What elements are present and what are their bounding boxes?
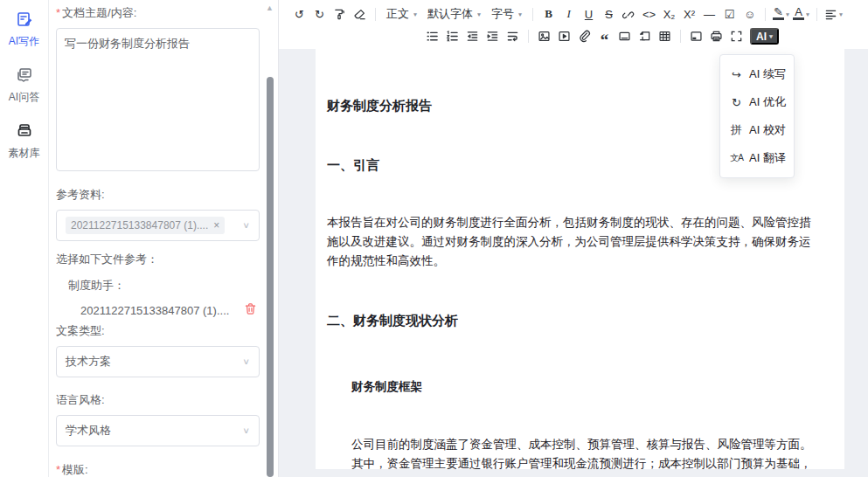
type-value: 技术方案	[66, 354, 111, 370]
color-bar	[773, 17, 784, 20]
template-label: *模版:	[56, 462, 259, 477]
menu-item-ai-translate[interactable]: 文A AI 翻译	[720, 144, 794, 172]
chevron-down-icon: ∨	[242, 356, 250, 366]
editor: ↺ ↻ 正文▾ 默认字体▾	[278, 0, 868, 477]
task-list-button[interactable]: ☑	[719, 4, 740, 24]
insert-image-button[interactable]	[534, 27, 554, 46]
nav-rail: AI写作 AI问答 素材库	[0, 0, 49, 477]
insert-video-button[interactable]	[554, 27, 574, 46]
nav-label: AI写作	[9, 34, 39, 49]
ai-qa-icon	[16, 66, 33, 87]
toolbar-separator	[816, 8, 817, 21]
italic-button[interactable]: I	[559, 4, 579, 24]
library-icon	[16, 122, 33, 143]
reference-file-chip[interactable]: 2021122715133847807 (1).... ×	[66, 217, 225, 234]
assistant-label: 制度助手：	[68, 278, 259, 294]
menu-item-label: AI 续写	[749, 66, 786, 82]
nav-item-ai-qa[interactable]: AI问答	[9, 66, 39, 105]
superscript-button[interactable]: X²	[679, 4, 699, 24]
strikethrough-button[interactable]: S	[599, 4, 619, 24]
toolbar-separator	[765, 8, 766, 21]
highlight-color-button[interactable]: ✎ ▾	[771, 4, 791, 24]
nav-item-ai-writing[interactable]: AI写作	[9, 10, 39, 49]
caret-down-icon: ▾	[806, 10, 809, 17]
scrollbar-thumb[interactable]	[267, 77, 274, 477]
nav-label: AI问答	[9, 90, 39, 105]
menu-item-label: AI 翻译	[749, 150, 786, 166]
chip-label: 2021122715133847807 (1)....	[71, 219, 208, 232]
app: AI写作 AI问答 素材库	[0, 0, 868, 477]
doc-paragraph: 本报告旨在对公司的财务制度进行全面分析，包括财务制度的现状、存在的问题、风险管控…	[327, 213, 833, 271]
font-color-button[interactable]: A ▾	[791, 4, 811, 24]
form-panel: *文档主题/内容: 写一份财务制度分析报告 参考资料: 202112271513…	[49, 0, 278, 477]
redo-button[interactable]: ↻	[309, 4, 330, 24]
doc-heading-status: 二、财务制度现状分析	[327, 311, 833, 330]
type-label: 文案类型:	[56, 323, 259, 339]
underline-button[interactable]: U	[579, 4, 599, 24]
topic-label: *文档主题/内容:	[56, 5, 259, 21]
fullscreen-button[interactable]	[726, 27, 746, 46]
bold-button[interactable]: B	[538, 4, 559, 24]
pen-icon: ✎	[774, 8, 783, 17]
ordered-list-button[interactable]	[442, 27, 462, 46]
type-select[interactable]: 技术方案 ∨	[56, 346, 260, 377]
print-button[interactable]	[706, 27, 726, 46]
doc-paragraph: 公司目前的制度涵盖了资金管理、成本控制、预算管理、核算与报告、风险管理等方面。 …	[351, 435, 833, 469]
color-bar	[793, 17, 804, 20]
doc-subheading-framework: 财务制度框架	[351, 377, 833, 397]
ai-translate-icon: 文A	[730, 152, 743, 164]
inline-code-button[interactable]: <>	[639, 4, 659, 24]
align-dropdown[interactable]: ▾	[823, 4, 844, 24]
insert-table-button[interactable]	[655, 27, 675, 46]
toolbar-separator	[532, 8, 533, 21]
subscript-button[interactable]: X₂	[659, 4, 679, 24]
chip-close-icon[interactable]: ×	[213, 219, 219, 232]
attachment-button[interactable]	[574, 27, 594, 46]
font-family-dropdown[interactable]: 默认字体▾	[422, 4, 486, 24]
paragraph-style-dropdown[interactable]: 正文▾	[381, 4, 422, 24]
nav-item-library[interactable]: 素材库	[9, 122, 40, 161]
required-mark: *	[56, 6, 60, 19]
ai-tools-button[interactable]: AI▾	[750, 28, 779, 45]
menu-item-ai-continue[interactable]: ↪ AI 续写	[720, 60, 794, 88]
caret-down-icon: ▾	[786, 10, 789, 17]
reference-select[interactable]: 2021122715133847807 (1).... × ∨	[56, 210, 260, 241]
file-reference-block: 选择如下文件参考： 制度助手： 2021122715133847807 (1).…	[56, 252, 259, 318]
font-size-dropdown[interactable]: 字号▾	[486, 4, 527, 24]
code-block-button[interactable]	[615, 27, 635, 46]
clear-format-eraser-button[interactable]	[350, 4, 370, 24]
nav-label: 素材库	[9, 146, 40, 161]
horizontal-rule-button[interactable]: —	[699, 4, 719, 24]
indent-button[interactable]	[483, 27, 503, 46]
caret-down-icon: ▾	[413, 10, 417, 17]
reference-label: 参考资料:	[56, 187, 259, 203]
style-select[interactable]: 学术风格 ∨	[56, 415, 260, 446]
required-mark: *	[56, 463, 60, 476]
format-painter-button[interactable]	[330, 4, 350, 24]
style-value: 学术风格	[66, 423, 111, 439]
blockquote-button[interactable]: “	[594, 27, 615, 46]
outdent-button[interactable]	[462, 27, 483, 46]
file-section-label: 选择如下文件参考：	[56, 252, 259, 267]
bullet-list-button[interactable]	[422, 27, 442, 46]
ai-optimize-icon: ↻	[730, 96, 743, 109]
ai-dropdown-menu: ↪ AI 续写 ↻ AI 优化 拼 AI 校对 文A AI 翻译	[719, 54, 795, 178]
menu-item-ai-proofread[interactable]: 拼 AI 校对	[720, 116, 794, 144]
page-layout-button[interactable]	[686, 27, 706, 46]
chevron-down-icon: ∨	[242, 425, 250, 435]
toolbar-separator	[375, 8, 376, 21]
font-color-glyph: A	[795, 8, 802, 17]
scroll-up-icon[interactable]: ▲	[266, 3, 274, 12]
style-label: 语言风格:	[56, 392, 259, 408]
assistant-file-name: 2021122715133847807 (1)....	[80, 304, 229, 317]
delete-file-icon[interactable]	[244, 302, 257, 318]
line-break-button[interactable]	[503, 27, 523, 46]
menu-item-ai-optimize[interactable]: ↻ AI 优化	[720, 88, 794, 116]
page-break-button[interactable]	[635, 27, 655, 46]
undo-button[interactable]: ↺	[289, 4, 309, 24]
topic-input[interactable]: 写一份财务制度分析报告	[56, 28, 260, 171]
link-button[interactable]	[619, 4, 639, 24]
panel-scrollbar[interactable]: ▲	[265, 0, 275, 477]
caret-down-icon: ▾	[518, 10, 522, 17]
emoji-button[interactable]: ☺	[740, 4, 760, 24]
